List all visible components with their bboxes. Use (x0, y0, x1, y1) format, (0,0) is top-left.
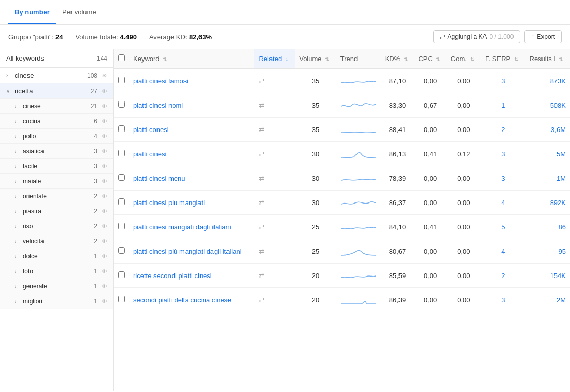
results-link[interactable]: 3,6M (551, 126, 566, 134)
col-com[interactable]: Com. ⇅ (447, 49, 481, 68)
keyword-cell: piatti conesi (129, 118, 254, 142)
col-cpc[interactable]: CPC ⇅ (414, 49, 446, 68)
eye-icon[interactable]: 👁 (102, 148, 107, 154)
fserp-link[interactable]: 1 (501, 101, 505, 109)
sidebar-sub-item[interactable]: › asiatica 3 👁 (0, 144, 113, 159)
keyword-link[interactable]: piatti cinesi più mangiati dagli italian… (133, 248, 242, 255)
tab-per-volume[interactable]: Per volume (56, 1, 103, 24)
sidebar-sub-item[interactable]: › cucina 6 👁 (0, 114, 113, 129)
row-checkbox[interactable] (118, 296, 125, 302)
com-cell: 0,00 (447, 215, 481, 239)
results-link[interactable]: 86 (559, 223, 566, 231)
col-related[interactable]: Related ↕ (254, 49, 295, 68)
col-results[interactable]: Results i ⇅ (525, 49, 571, 68)
eye-icon[interactable]: 👁 (102, 238, 107, 244)
related-icon[interactable]: ⇄ (259, 223, 265, 231)
keyword-link[interactable]: piatti cinesi nomi (133, 101, 183, 109)
sidebar-item-ricetta[interactable]: ∨ ricetta 27 👁 (0, 83, 113, 99)
keyword-link[interactable]: piatti cinesi menu (133, 175, 185, 182)
eye-icon[interactable]: 👁 (102, 178, 107, 184)
results-link[interactable]: 154K (550, 272, 566, 280)
sidebar-sub-item[interactable]: › generale 1 👁 (0, 279, 113, 294)
results-link[interactable]: 508K (550, 101, 566, 109)
eye-icon[interactable]: 👁 (102, 72, 107, 79)
keyword-link[interactable]: piatti cinesi (133, 150, 166, 158)
col-fserp[interactable]: F. SERP ⇅ (481, 49, 525, 68)
row-checkbox-cell (114, 264, 129, 288)
eye-icon[interactable]: 👁 (102, 88, 107, 94)
fserp-link[interactable]: 2 (501, 272, 505, 280)
sidebar-sub-item[interactable]: › foto 1 👁 (0, 264, 113, 279)
select-all-checkbox[interactable] (118, 54, 125, 61)
sidebar-sub-item[interactable]: › riso 2 👁 (0, 219, 113, 234)
related-icon[interactable]: ⇄ (259, 77, 265, 85)
chevron-right-icon: › (15, 299, 21, 304)
sidebar-item-cinese[interactable]: › cinese 108 👁 (0, 68, 113, 83)
fserp-link[interactable]: 3 (501, 296, 505, 304)
eye-icon[interactable]: 👁 (102, 133, 107, 139)
row-checkbox[interactable] (118, 125, 125, 132)
results-link[interactable]: 873K (550, 77, 566, 85)
row-checkbox[interactable] (118, 150, 125, 156)
related-icon[interactable]: ⇄ (259, 125, 265, 134)
related-icon[interactable]: ⇄ (259, 247, 265, 255)
keyword-link[interactable]: ricette secondi piatti cinesi (133, 272, 212, 280)
row-checkbox[interactable] (118, 174, 125, 181)
eye-icon[interactable]: 👁 (102, 298, 107, 304)
keyword-link[interactable]: piatti cinesi piu mangiati (133, 199, 205, 207)
row-checkbox[interactable] (118, 77, 125, 83)
related-icon[interactable]: ⇄ (259, 271, 265, 280)
related-icon[interactable]: ⇄ (259, 296, 265, 304)
add-to-ka-button[interactable]: ⇄ Aggiungi a KA 0 / 1.000 (433, 30, 521, 43)
related-icon[interactable]: ⇄ (259, 198, 265, 207)
keyword-link[interactable]: piatti cinesi famosi (133, 77, 188, 85)
eye-icon[interactable]: 👁 (102, 253, 107, 259)
row-checkbox[interactable] (118, 271, 125, 278)
sidebar-sub-item[interactable]: › orientale 2 👁 (0, 189, 113, 204)
sidebar-sub-item[interactable]: › dolce 1 👁 (0, 249, 113, 264)
row-checkbox[interactable] (118, 101, 125, 108)
eye-icon[interactable]: 👁 (102, 118, 107, 124)
sidebar-sub-item[interactable]: › pollo 4 👁 (0, 129, 113, 144)
sidebar-sub-item[interactable]: › piastra 2 👁 (0, 204, 113, 219)
row-checkbox-cell (114, 142, 129, 166)
keyword-link[interactable]: piatti cinesi mangiati dagli italiani (133, 223, 231, 231)
keyword-link[interactable]: secondi piatti della cucina cinese (133, 296, 231, 304)
col-kd[interactable]: KD% ⇅ (381, 49, 415, 68)
tab-by-number[interactable]: By number (8, 1, 56, 24)
related-icon[interactable]: ⇄ (259, 150, 265, 158)
fserp-link[interactable]: 5 (501, 223, 505, 231)
row-checkbox[interactable] (118, 198, 125, 205)
results-link[interactable]: 1M (557, 175, 566, 182)
sidebar-sub-item[interactable]: › maiale 3 👁 (0, 174, 113, 189)
results-link[interactable]: 95 (559, 248, 566, 255)
export-button[interactable]: ↑ Export (524, 30, 562, 43)
eye-icon[interactable]: 👁 (102, 163, 107, 169)
eye-icon[interactable]: 👁 (102, 103, 107, 109)
fserp-link[interactable]: 3 (501, 150, 505, 158)
results-link[interactable]: 892K (550, 199, 566, 207)
related-icon[interactable]: ⇄ (259, 101, 265, 109)
kd-cell: 85,59 (381, 264, 415, 288)
sidebar-sub-item[interactable]: › velocità 2 👁 (0, 234, 113, 249)
results-link[interactable]: 2M (557, 296, 566, 304)
row-checkbox[interactable] (118, 247, 125, 254)
col-volume[interactable]: Volume ⇅ (295, 49, 336, 68)
fserp-link[interactable]: 3 (501, 175, 505, 182)
fserp-link[interactable]: 4 (501, 199, 505, 207)
sidebar-sub-item[interactable]: › cinese 21 👁 (0, 99, 113, 114)
eye-icon[interactable]: 👁 (102, 223, 107, 229)
row-checkbox[interactable] (118, 223, 125, 229)
fserp-link[interactable]: 4 (501, 248, 505, 255)
eye-icon[interactable]: 👁 (102, 208, 107, 214)
fserp-link[interactable]: 3 (501, 77, 505, 85)
keyword-link[interactable]: piatti conesi (133, 126, 169, 134)
eye-icon[interactable]: 👁 (102, 268, 107, 274)
fserp-link[interactable]: 2 (501, 126, 505, 134)
results-link[interactable]: 5M (557, 150, 566, 158)
eye-icon[interactable]: 👁 (102, 283, 107, 289)
eye-icon[interactable]: 👁 (102, 193, 107, 199)
sidebar-sub-item[interactable]: › migliori 1 👁 (0, 294, 113, 309)
related-icon[interactable]: ⇄ (259, 174, 265, 182)
sidebar-sub-item[interactable]: › facile 3 👁 (0, 159, 113, 174)
